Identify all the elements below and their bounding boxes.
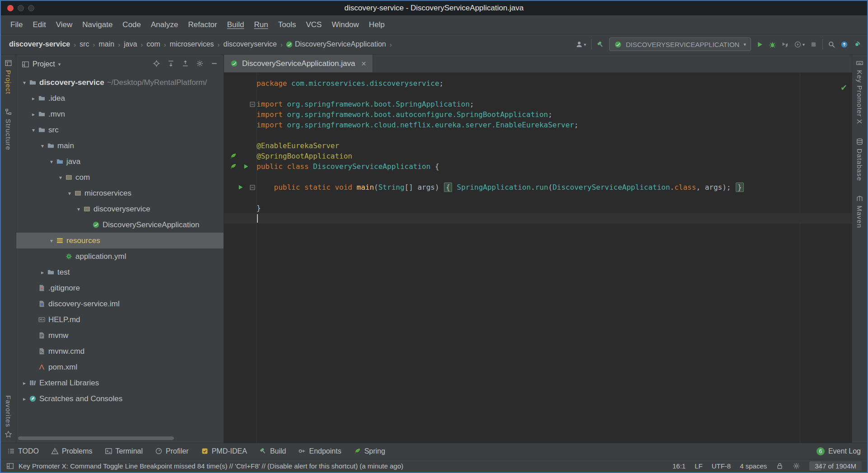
tree-item-pom-xml[interactable]: pom.xml <box>16 359 224 375</box>
menu-run[interactable]: Run <box>249 20 273 29</box>
tree-item-resources[interactable]: ▾resources <box>16 233 224 248</box>
tool-stripe-button-key-promoter-x[interactable]: Key Promoter X <box>856 59 863 124</box>
toolwindow-button-terminal[interactable]: Terminal <box>105 447 143 455</box>
toolwindow-button-pmd-idea[interactable]: PMD-IDEA <box>201 447 247 455</box>
toolwindow-toggle-icon[interactable] <box>6 462 14 470</box>
settings-gear-icon[interactable] <box>793 462 800 470</box>
minimize-window-button[interactable] <box>18 5 24 11</box>
tree-item-mvn[interactable]: ▸.mvn <box>16 106 224 122</box>
tree-item-scratches-and-consoles[interactable]: ▸Scratches and Consoles <box>16 391 224 407</box>
tree-item-help-md[interactable]: HELP.md <box>16 312 224 328</box>
debug-button[interactable] <box>769 41 776 48</box>
settings-sync-button[interactable] <box>853 41 861 48</box>
tree-item-com[interactable]: ▾com <box>16 169 224 185</box>
tree-chevron-icon[interactable]: ▾ <box>56 174 65 181</box>
tool-stripe-button-maven[interactable]: Maven <box>856 195 863 228</box>
breadcrumb-item-com[interactable]: com <box>146 40 161 48</box>
tree-item-discoveryserviceapplication[interactable]: DiscoveryServiceApplication <box>16 217 224 233</box>
profiler-button[interactable]: ▾ <box>794 41 805 48</box>
spring-bean-icon[interactable] <box>229 152 237 160</box>
lock-icon[interactable] <box>776 462 784 470</box>
tool-stripe-button-database[interactable]: Database <box>856 138 863 181</box>
tree-chevron-icon[interactable]: ▾ <box>38 143 47 149</box>
toolwindow-button-problems[interactable]: Problems <box>51 447 93 455</box>
tree-item-discovery-service-iml[interactable]: discovery-service.iml <box>16 296 224 312</box>
tree-chevron-icon[interactable]: ▸ <box>38 269 47 276</box>
tree-chevron-icon[interactable]: ▾ <box>47 238 56 244</box>
run-gutter-icon[interactable] <box>242 163 250 170</box>
menu-window[interactable]: Window <box>327 20 364 29</box>
tool-stripe-button-structure[interactable]: Structure <box>5 108 12 150</box>
code-line[interactable]: import org.springframework.cloud.netflix… <box>224 120 852 130</box>
collapse-all-button[interactable] <box>182 60 189 69</box>
code-line[interactable]: import org.springframework.boot.autoconf… <box>224 109 852 120</box>
tree-chevron-icon[interactable]: ▸ <box>29 111 38 117</box>
menu-navigate[interactable]: Navigate <box>77 20 117 29</box>
menu-view[interactable]: View <box>51 20 78 29</box>
menu-edit[interactable]: Edit <box>28 20 51 29</box>
hide-panel-button[interactable] <box>210 60 218 69</box>
user-button[interactable]: ▾ <box>575 41 586 48</box>
menu-analyze[interactable]: Analyze <box>146 20 183 29</box>
tree-item-src[interactable]: ▾src <box>16 122 224 138</box>
code-line[interactable]: @EnableEurekaServer <box>224 140 852 151</box>
tree-item-idea[interactable]: ▸.idea <box>16 90 224 106</box>
toolwindow-button-todo[interactable]: TODO <box>7 447 39 455</box>
code-line[interactable]: } <box>224 203 852 213</box>
menu-code[interactable]: Code <box>117 20 146 29</box>
caret-position-widget[interactable]: 16:1 <box>672 462 686 470</box>
tree-item-gitignore[interactable]: .gitignore <box>16 280 224 296</box>
tree-item-test[interactable]: ▸test <box>16 264 224 280</box>
event-log-button[interactable]: 6 Event Log <box>817 447 861 455</box>
code-line[interactable] <box>224 172 852 182</box>
tree-item-discovery-service[interactable]: ▾discovery-service ~/Desktop/MyRentalPla… <box>16 75 224 90</box>
code-line[interactable] <box>224 213 852 224</box>
code-line[interactable]: package com.microservices.discoveryservi… <box>224 78 852 89</box>
toolwindow-button-endpoints[interactable]: Endpoints <box>298 447 341 455</box>
tree-chevron-icon[interactable]: ▾ <box>65 190 74 197</box>
breadcrumb-item-discoveryservice[interactable]: discoveryservice <box>223 40 278 48</box>
breadcrumb-item-java[interactable]: java <box>123 40 138 48</box>
code-line[interactable] <box>224 130 852 140</box>
tree-item-java[interactable]: ▾java <box>16 154 224 169</box>
menu-tools[interactable]: Tools <box>273 20 301 29</box>
menu-build[interactable]: Build <box>222 20 249 29</box>
code-line[interactable]: import org.springframework.boot.SpringAp… <box>224 99 852 109</box>
tree-chevron-icon[interactable]: ▸ <box>20 396 29 402</box>
code-line[interactable] <box>224 192 852 203</box>
line-separator-widget[interactable]: LF <box>695 462 703 470</box>
toolwindow-button-build[interactable]: Build <box>259 447 286 455</box>
spring-bean-icon[interactable] <box>229 163 237 170</box>
chevron-down-icon[interactable]: ▾ <box>58 61 61 67</box>
zoom-window-button[interactable] <box>28 5 34 11</box>
horizontal-scrollbar[interactable] <box>18 436 174 440</box>
menu-vcs[interactable]: VCS <box>301 20 327 29</box>
code-line[interactable]: @SpringBootApplication <box>224 151 852 161</box>
memory-indicator[interactable]: 347 of 1904M <box>809 461 862 471</box>
breadcrumb-item-discovery-service[interactable]: discovery-service <box>8 40 71 48</box>
menu-refactor[interactable]: Refactor <box>183 20 222 29</box>
tree-chevron-icon[interactable]: ▾ <box>29 127 38 133</box>
fold-marker-icon[interactable] <box>250 102 255 107</box>
tree-chevron-icon[interactable]: ▸ <box>20 380 29 386</box>
search-everywhere-button[interactable] <box>828 41 835 48</box>
indent-widget[interactable]: 4 spaces <box>740 462 767 470</box>
code-line[interactable]: public class DiscoveryServiceApplication… <box>224 161 852 172</box>
update-button[interactable] <box>840 41 848 48</box>
encoding-widget[interactable]: UTF-8 <box>712 462 731 470</box>
stop-button[interactable] <box>810 41 817 48</box>
breadcrumb-item-microservices[interactable]: microservices <box>169 40 215 48</box>
run-gutter-icon[interactable] <box>237 183 244 191</box>
tree-chevron-icon[interactable]: ▾ <box>20 80 29 86</box>
run-config-combo[interactable]: DISCOVERYSERVICEAPPLICATION▾ <box>609 37 751 51</box>
toolwindow-button-profiler[interactable]: Profiler <box>155 447 189 455</box>
expand-all-button[interactable] <box>167 60 175 69</box>
code-editor[interactable]: ✔ package com.microservices.discoveryser… <box>224 73 852 443</box>
tree-item-external-libraries[interactable]: ▸External Libraries <box>16 375 224 391</box>
tree-item-microservices[interactable]: ▾microservices <box>16 185 224 201</box>
tree-chevron-icon[interactable]: ▸ <box>29 95 38 102</box>
build-hammer-button[interactable] <box>597 41 604 48</box>
tree-item-main[interactable]: ▾main <box>16 138 224 154</box>
coverage-button[interactable] <box>781 41 789 48</box>
tree-item-discoveryservice[interactable]: ▾discoveryservice <box>16 201 224 217</box>
